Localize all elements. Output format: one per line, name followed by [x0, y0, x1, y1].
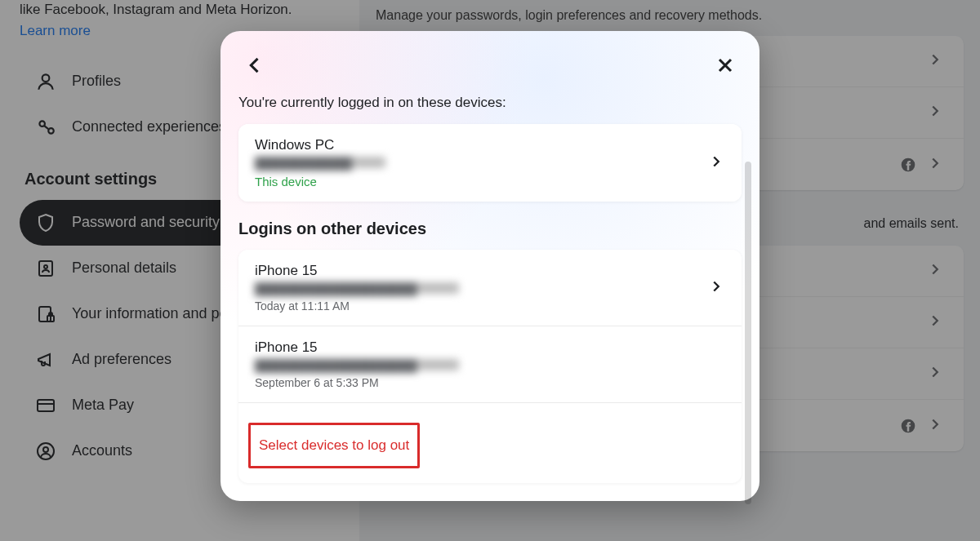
- device-timestamp: Today at 11:11 AM: [255, 299, 459, 313]
- device-item-current[interactable]: Windows PC ████████████ This device: [238, 124, 742, 202]
- other-devices-heading: Logins on other devices: [238, 220, 742, 238]
- this-device-badge: This device: [255, 175, 385, 188]
- device-timestamp: September 6 at 5:33 PM: [255, 376, 459, 389]
- other-devices-list: iPhone 15 ████████████████████ Today at …: [238, 250, 742, 483]
- device-location-redacted: ████████████████████: [255, 359, 459, 370]
- current-device-list: Windows PC ████████████ This device: [238, 124, 742, 202]
- device-name: Windows PC: [255, 137, 385, 153]
- device-item[interactable]: iPhone 15 ████████████████████ Today at …: [238, 250, 742, 326]
- device-location-redacted: ████████████████████: [255, 282, 459, 294]
- devices-modal: You're currently logged in on these devi…: [220, 31, 760, 501]
- highlight-annotation: Select devices to log out: [248, 423, 420, 468]
- close-button[interactable]: [712, 52, 738, 78]
- scrollbar[interactable]: [745, 162, 751, 504]
- back-button[interactable]: [242, 52, 268, 78]
- chevron-right-icon: [707, 277, 725, 299]
- device-name: iPhone 15: [255, 263, 459, 279]
- device-item[interactable]: iPhone 15 ████████████████████ September…: [238, 326, 742, 403]
- select-devices-logout-button[interactable]: Select devices to log out: [259, 437, 409, 454]
- device-name: iPhone 15: [255, 339, 459, 356]
- chevron-right-icon: [707, 153, 725, 174]
- modal-intro-text: You're currently logged in on these devi…: [238, 95, 742, 111]
- device-location-redacted: ████████████: [255, 157, 385, 168]
- modal-overlay: You're currently logged in on these devi…: [0, 0, 980, 541]
